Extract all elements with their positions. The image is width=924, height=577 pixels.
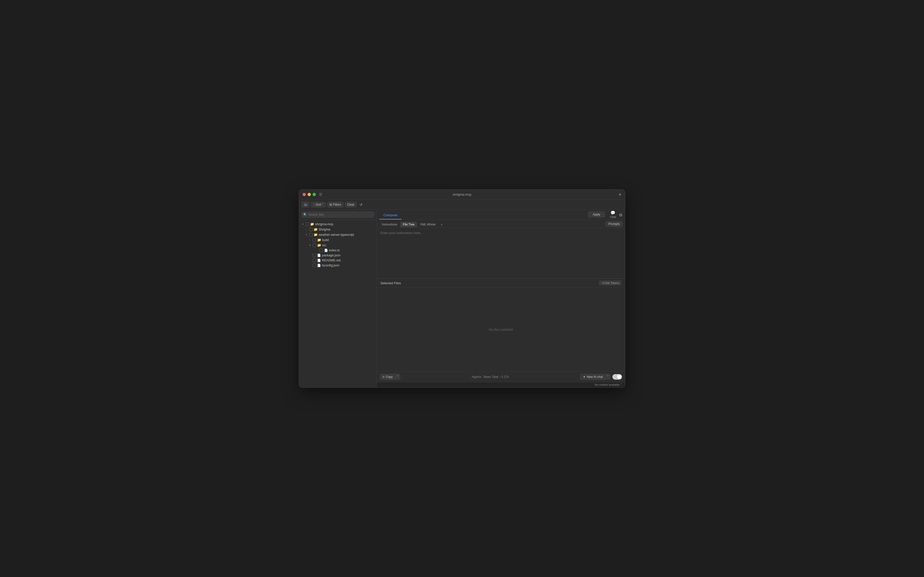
folder-button[interactable]: 🗂 [301, 201, 309, 207]
no-files-label: No files selected [489, 328, 513, 332]
bottom-bar: ⎘ Copy ˅ Approx. Token Total: ~2.17k ✦ N… [377, 371, 625, 382]
copy-dropdown-icon: ˅ [397, 375, 398, 378]
selected-files-header: Selected Files ~0.00k Tokens [377, 279, 625, 287]
selected-files-title: Selected Files [380, 281, 401, 285]
clear-button[interactable]: Clear [345, 202, 357, 207]
search-icon: 🔍 [303, 213, 307, 216]
tab-instructions[interactable]: Instructions [379, 222, 400, 227]
file-icon: 📄 [324, 248, 328, 252]
settings-button[interactable]: ⚙ [619, 213, 623, 218]
file-tree: ▾ 📁 shrigma-mcp › 📁 Shrigma ▾ [299, 220, 377, 387]
tab-xml-whole[interactable]: XML Whole [418, 222, 438, 227]
new-ai-chat-dropdown-button[interactable]: ˅ [605, 374, 610, 380]
tree-checkbox[interactable] [309, 233, 312, 237]
search-input[interactable] [301, 212, 374, 218]
toggle-button[interactable] [612, 374, 622, 380]
tree-checkbox[interactable] [312, 243, 316, 247]
tree-label: README.md [322, 259, 340, 262]
folder-icon: 🗂 [304, 203, 307, 206]
new-ai-chat-button[interactable]: ✦ New AI chat [580, 374, 605, 380]
sort-button[interactable]: ↑ Sort ˅ [311, 202, 326, 207]
maximize-button[interactable] [312, 193, 316, 196]
titlebar: ☰ shrigma-mcp + [299, 190, 625, 200]
tree-label: tsconfig.json [322, 264, 339, 267]
clear-label: Clear [347, 203, 354, 206]
add-tab-icon: + [441, 222, 443, 226]
token-total: Approx. Token Total: ~2.17k [472, 375, 509, 379]
tree-arrow: › [308, 239, 312, 241]
copy-icon: ⎘ [383, 375, 385, 379]
tree-label: shrigma-mcp [315, 222, 333, 226]
copy-dropdown-button[interactable]: ˅ [396, 374, 400, 380]
close-button[interactable] [303, 193, 306, 196]
sort-label: Sort [316, 203, 321, 206]
prompts-button[interactable]: Prompts [605, 221, 623, 227]
sort-dropdown-icon: ˅ [322, 203, 324, 206]
tree-checkbox[interactable] [309, 228, 312, 231]
new-ai-chat-label: New AI chat [587, 375, 603, 379]
folder-icon: 📁 [317, 243, 321, 247]
tree-label: package.json [322, 254, 340, 257]
settings-icon: ⚙ [619, 213, 623, 218]
instructions-textarea[interactable] [377, 228, 625, 278]
tree-item-shrigma[interactable]: › 📁 Shrigma [299, 227, 377, 232]
tree-label: src [322, 243, 327, 247]
folder-icon: 📁 [314, 233, 318, 237]
filter-icon: ⊞ [329, 203, 332, 206]
new-ai-chat-dropdown-icon: ˅ [607, 375, 608, 378]
tree-item-src[interactable]: ▾ 📁 src [299, 243, 377, 248]
tab-bar: Compose Apply 💬 Chat ⚙ [377, 210, 625, 220]
tree-checkbox[interactable] [320, 248, 323, 252]
tree-item-package-json[interactable]: 📄 package.json [299, 253, 377, 258]
selected-files-content: No files selected [377, 287, 625, 371]
tree-label: build [322, 238, 329, 242]
copy-button[interactable]: ⎘ Copy [380, 374, 396, 380]
window-icon: ☰ [319, 192, 322, 197]
file-icon: 📄 [317, 264, 321, 267]
tree-arrow: › [304, 228, 308, 231]
main-layout: 🔍 ▾ 📁 shrigma-mcp › 📁 [299, 210, 625, 387]
tree-item-index-ts[interactable]: 📄 index.ts [299, 248, 377, 253]
tree-checkbox[interactable] [312, 264, 316, 267]
folder-icon: 📁 [314, 227, 318, 231]
apply-button[interactable]: Apply [588, 211, 605, 218]
xml-whole-tab-label: XML Whole [420, 223, 436, 226]
tree-checkbox[interactable] [306, 222, 309, 226]
tree-item-readme[interactable]: 📄 README.md [299, 258, 377, 263]
instructions-panel: Instructions File Tree XML Whole + Promp… [377, 220, 625, 279]
add-tab-button[interactable]: + [439, 221, 445, 227]
chat-icon: 💬 [610, 210, 615, 215]
tree-item-weather-server[interactable]: ▾ 📁 weather-server-typescript [299, 232, 377, 237]
app-window: ☰ shrigma-mcp + 🗂 ↑ Sort ˅ ⊞ Filters Cle… [299, 189, 625, 388]
tab-chat[interactable]: 💬 Chat [610, 210, 616, 218]
tree-item-shrigma-mcp[interactable]: ▾ 📁 shrigma-mcp [299, 221, 377, 227]
tab-file-tree[interactable]: File Tree [400, 222, 417, 227]
tab-compose[interactable]: Compose [379, 211, 401, 219]
tree-item-tsconfig[interactable]: 📄 tsconfig.json [299, 263, 377, 268]
tree-checkbox[interactable] [312, 259, 316, 262]
tree-checkbox[interactable] [312, 238, 316, 242]
copy-label: Copy [386, 375, 393, 379]
tree-item-build[interactable]: › 📁 build [299, 237, 377, 243]
minimize-button[interactable] [307, 193, 311, 196]
chat-label: Chat [610, 216, 616, 218]
file-tree-tab-label: File Tree [403, 223, 415, 226]
instructions-tab-label: Instructions [382, 223, 397, 226]
file-icon: 📄 [317, 259, 321, 262]
refresh-icon: ↺ [359, 203, 362, 207]
tree-checkbox[interactable] [312, 254, 316, 257]
new-window-button[interactable]: + [618, 192, 621, 197]
content-area: Compose Apply 💬 Chat ⚙ Instructions [377, 210, 625, 387]
window-title: shrigma-mcp [452, 193, 471, 197]
filters-button[interactable]: ⊞ Filters [327, 202, 343, 207]
file-icon: 📄 [317, 254, 321, 257]
refresh-button[interactable]: ↺ [358, 202, 364, 207]
tab-compose-label: Compose [383, 213, 398, 217]
folder-icon: 📁 [310, 222, 314, 226]
tree-label: Shrigma [319, 228, 330, 231]
no-models-label[interactable]: No models available ˅ [595, 383, 622, 387]
tree-arrow: ▾ [301, 223, 304, 226]
filters-label: Filters [333, 203, 341, 206]
token-badge: ~0.00k Tokens [599, 281, 621, 285]
search-bar: 🔍 [299, 210, 377, 220]
